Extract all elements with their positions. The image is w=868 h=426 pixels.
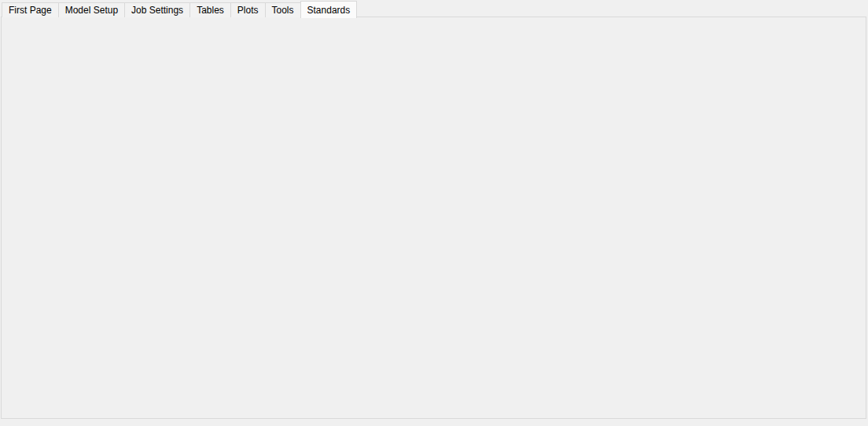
application-window: First Page Model Setup Job Settings Tabl… (0, 0, 868, 426)
tab-standards[interactable]: Standards (300, 1, 358, 18)
tab-model-setup[interactable]: Model Setup (58, 2, 125, 17)
tab-tools[interactable]: Tools (265, 2, 301, 17)
tab-bar: First Page Model Setup Job Settings Tabl… (2, 0, 356, 17)
tab-job-settings[interactable]: Job Settings (124, 2, 190, 17)
tab-tables[interactable]: Tables (189, 2, 231, 17)
tab-plots[interactable]: Plots (230, 2, 266, 17)
standards-tab-page (1, 17, 866, 419)
tab-first-page[interactable]: First Page (2, 2, 59, 17)
